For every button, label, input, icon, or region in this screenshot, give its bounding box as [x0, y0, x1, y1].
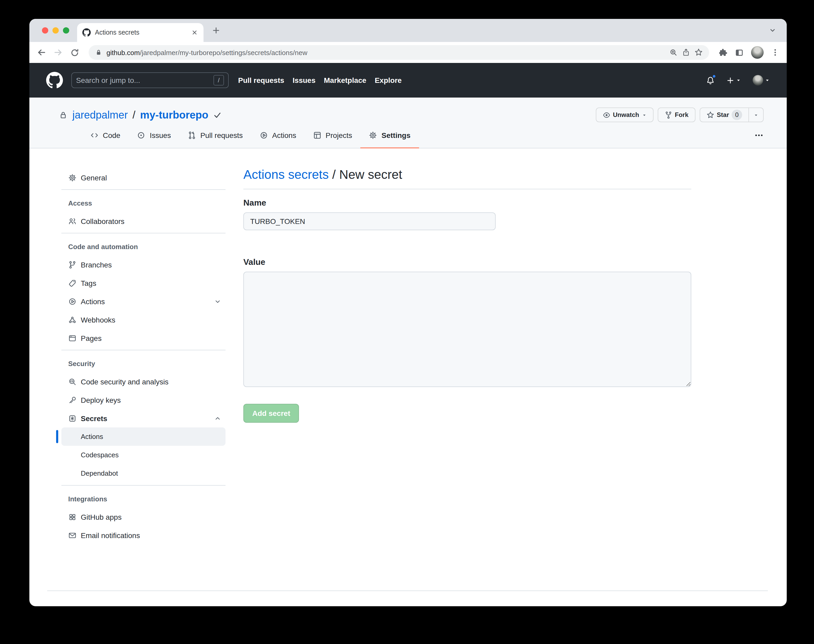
tab-search-chevron-icon[interactable] [769, 27, 776, 34]
star-button[interactable]: Star 0 [699, 107, 749, 122]
sidebar-section-security: Security [61, 359, 225, 368]
browser-menu-icon[interactable] [771, 48, 779, 57]
fork-button[interactable]: Fork [658, 107, 695, 122]
tab-projects-label: Projects [326, 131, 352, 140]
footer-divider [47, 590, 768, 591]
sidebar-item-actions[interactable]: Actions [61, 292, 225, 310]
main-panel: Actions secrets / New secret Name Value … [243, 149, 691, 544]
tab-issues[interactable]: Issues [129, 123, 179, 149]
bookmark-star-icon[interactable] [694, 48, 703, 57]
tab-projects[interactable]: Projects [305, 123, 360, 149]
repo-name-link[interactable]: my-turborepo [140, 109, 208, 121]
side-panel-icon[interactable] [735, 48, 744, 57]
sidebar-item-secrets-actions[interactable]: Actions [61, 428, 225, 446]
minimize-window-button[interactable] [52, 27, 59, 34]
reload-icon[interactable] [70, 48, 79, 57]
star-count-badge: 0 [732, 110, 742, 120]
window-controls [42, 27, 69, 34]
page-title: Actions secrets / New secret [243, 165, 691, 184]
repo-separator: / [132, 109, 135, 121]
sidebar-branches-label: Branches [81, 261, 112, 269]
sidebar-item-webhooks[interactable]: Webhooks [61, 310, 225, 329]
sidebar-item-secrets-dependabot[interactable]: Dependabot [61, 464, 225, 483]
active-item-accent-bar [56, 430, 58, 443]
github-search-input[interactable]: Search or jump to... / [71, 72, 229, 88]
sidebar-item-code-security[interactable]: Code security and analysis [61, 373, 225, 391]
url-bar[interactable]: github.com/jaredpalmer/my-turborepo/sett… [89, 45, 709, 60]
mail-icon [68, 531, 77, 540]
notifications-bell-icon[interactable] [706, 76, 715, 85]
share-icon[interactable] [682, 48, 690, 57]
tab-settings-label: Settings [382, 131, 411, 140]
sidebar-secrets-dependabot-label: Dependabot [81, 469, 118, 477]
breadcrumb-current: New secret [339, 167, 402, 181]
tab-title: Actions secrets [95, 29, 187, 36]
codescan-icon [68, 377, 77, 386]
tab-overflow-kebab-icon[interactable] [754, 130, 763, 140]
sidebar-tags-label: Tags [81, 279, 96, 287]
lock-icon [95, 49, 102, 56]
webhook-icon [68, 316, 77, 324]
sidebar-deploy-keys-label: Deploy keys [81, 396, 121, 404]
sidebar-item-github-apps[interactable]: GitHub apps [61, 508, 225, 526]
play-circle-icon [68, 297, 77, 305]
sidebar-item-branches[interactable]: Branches [61, 255, 225, 274]
zoom-window-button[interactable] [63, 27, 69, 34]
branch-icon [68, 261, 77, 269]
back-icon[interactable] [37, 48, 46, 57]
nav-issues[interactable]: Issues [293, 76, 316, 84]
github-logo-icon[interactable] [46, 72, 63, 89]
extensions-puzzle-icon[interactable] [719, 48, 727, 57]
unwatch-button[interactable]: Unwatch [596, 107, 653, 122]
screen: Actions secrets [0, 0, 814, 644]
sidebar-item-tags[interactable]: Tags [61, 274, 225, 292]
repo-header: jaredpalmer / my-turborepo Unwatch Fork [29, 98, 787, 149]
repo-owner-link[interactable]: jaredpalmer [72, 109, 128, 121]
nav-explore[interactable]: Explore [375, 76, 402, 84]
sidebar-item-collaborators[interactable]: Collaborators [61, 212, 225, 230]
sidebar-item-pages[interactable]: Pages [61, 329, 225, 347]
sidebar-divider [61, 189, 225, 190]
breadcrumb-actions-secrets-link[interactable]: Actions secrets [243, 167, 329, 181]
tab-pull-requests-label: Pull requests [200, 131, 243, 140]
github-nav: Pull requests Issues Marketplace Explore [238, 76, 402, 84]
tab-actions[interactable]: Actions [251, 123, 305, 149]
search-placeholder: Search or jump to... [76, 76, 213, 84]
new-tab-button[interactable] [212, 26, 220, 35]
sidebar-secrets-actions-label: Actions [81, 432, 103, 440]
sidebar-section-integrations: Integrations [61, 494, 225, 503]
tab-code[interactable]: Code [82, 123, 129, 149]
sidebar-item-secrets-codespaces[interactable]: Codespaces [61, 446, 225, 464]
sidebar-item-deploy-keys[interactable]: Deploy keys [61, 391, 225, 409]
sidebar-item-secrets[interactable]: Secrets [61, 409, 225, 428]
browser-tab[interactable]: Actions secrets [77, 23, 204, 42]
sidebar-item-email-notifications[interactable]: Email notifications [61, 526, 225, 544]
zoom-icon[interactable] [669, 48, 678, 57]
tab-pull-requests[interactable]: Pull requests [179, 123, 251, 149]
browser-profile-avatar[interactable] [751, 46, 763, 59]
close-tab-icon[interactable] [191, 29, 198, 36]
repo-tab-nav: Code Issues Pull requests Actions Projec… [82, 123, 763, 149]
sidebar-email-notifications-label: Email notifications [81, 531, 140, 540]
browser-window: Actions secrets [29, 19, 787, 606]
slash-key-hint: / [213, 75, 224, 86]
create-new-menu[interactable] [727, 76, 741, 84]
apps-grid-icon [68, 513, 77, 521]
tab-settings[interactable]: Settings [360, 123, 419, 149]
secret-value-textarea[interactable] [243, 271, 691, 387]
star-dropdown-button[interactable] [749, 107, 763, 122]
secret-name-input[interactable] [243, 212, 496, 230]
sidebar-item-general[interactable]: General [61, 168, 225, 187]
nav-pull-requests[interactable]: Pull requests [238, 76, 284, 84]
user-menu[interactable] [753, 75, 770, 86]
toolbar-right [719, 46, 779, 59]
close-window-button[interactable] [42, 27, 48, 34]
title-divider [243, 189, 691, 189]
chevron-up-icon [214, 414, 221, 422]
people-icon [68, 217, 77, 225]
tab-issues-label: Issues [150, 131, 171, 140]
forward-icon[interactable] [54, 48, 63, 57]
add-secret-button[interactable]: Add secret [243, 404, 299, 423]
nav-marketplace[interactable]: Marketplace [324, 76, 366, 84]
sidebar-github-apps-label: GitHub apps [81, 513, 122, 521]
